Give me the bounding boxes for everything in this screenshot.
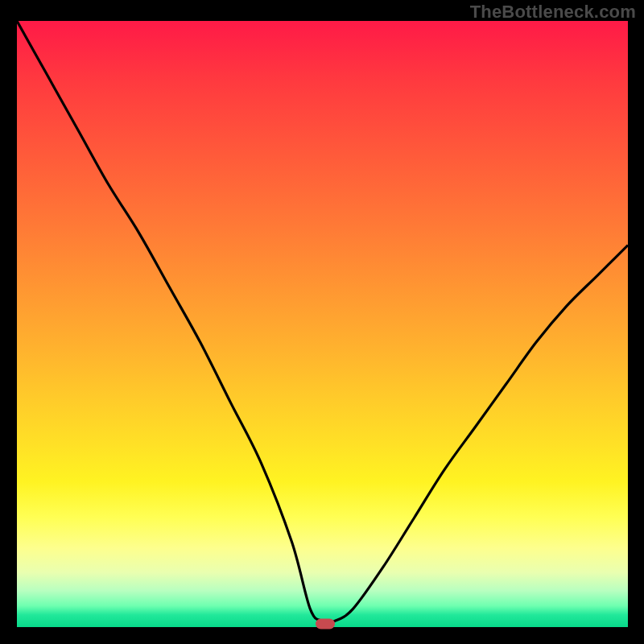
watermark-text: TheBottleneck.com bbox=[470, 2, 636, 23]
curve-svg bbox=[17, 21, 628, 627]
bottleneck-curve-path bbox=[17, 21, 628, 622]
chart-frame: TheBottleneck.com bbox=[0, 0, 644, 644]
plot-area bbox=[17, 21, 628, 627]
optimum-marker bbox=[316, 619, 335, 630]
